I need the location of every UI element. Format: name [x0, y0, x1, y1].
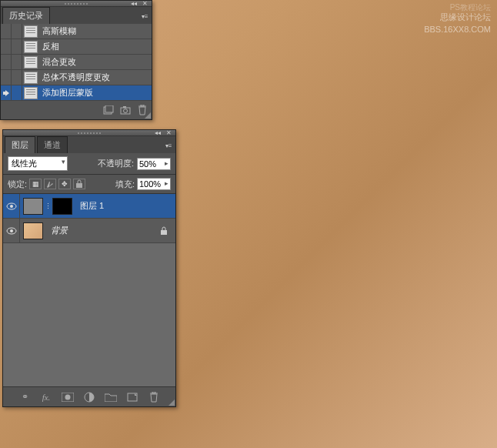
history-source-marker[interactable] [1, 85, 12, 100]
svg-point-9 [10, 229, 13, 232]
eye-icon [6, 227, 17, 235]
svg-point-3 [124, 109, 128, 113]
collapse-icon[interactable]: ◂◂ [128, 1, 139, 7]
close-icon[interactable]: ✕ [139, 1, 150, 7]
tab-history[interactable]: 历史记录 [2, 7, 50, 24]
opacity-label: 不透明度: [98, 158, 134, 169]
layer-name[interactable]: 背景 [46, 225, 160, 236]
history-step-icon [24, 72, 38, 84]
history-label: 高斯模糊 [39, 25, 152, 37]
new-document-from-state-icon[interactable] [102, 105, 115, 115]
blend-mode-dropdown[interactable]: 线性光 [8, 156, 68, 171]
history-item[interactable]: 高斯模糊 [1, 24, 152, 39]
tab-layers[interactable]: 图层 [5, 136, 35, 153]
resize-grip[interactable] [142, 110, 152, 119]
layers-panel: ◂◂ ✕ 图层 通道 ▾≡ 线性光 不透明度: 50% 锁定: ▦ ✥ 填充: … [2, 129, 176, 407]
svg-rect-1 [105, 105, 113, 112]
layers-tabs: 图层 通道 ▾≡ [3, 136, 175, 153]
layer-list: ⋮ 图层 1 背景 [3, 194, 175, 386]
svg-rect-4 [123, 106, 126, 108]
watermark-line2: BBS.16XX8.COM [424, 23, 491, 35]
panel-menu-icon[interactable]: ▾≡ [162, 139, 175, 153]
svg-rect-10 [161, 230, 167, 235]
history-step-icon [24, 41, 38, 53]
fill-input[interactable]: 100% [137, 178, 171, 190]
watermark-corner: PS教程论坛 [450, 2, 491, 14]
resize-grip[interactable] [166, 397, 175, 406]
history-label: 总体不透明度更改 [39, 72, 152, 83]
visibility-toggle[interactable] [3, 219, 20, 242]
lock-pixels-icon[interactable] [44, 179, 56, 189]
history-panel-grip[interactable]: ◂◂ ✕ [1, 1, 152, 7]
history-item[interactable]: 混合更改 [1, 55, 152, 70]
lock-indicator-icon [160, 226, 175, 236]
collapse-icon[interactable]: ◂◂ [152, 130, 163, 136]
mask-thumbnail[interactable] [52, 198, 72, 215]
svg-rect-5 [76, 183, 82, 188]
history-panel: ◂◂ ✕ 历史记录 ▾≡ 高斯模糊 反相 混合更改 总体不透明度更改 [0, 0, 152, 120]
layers-lock-row: 锁定: ▦ ✥ 填充: 100% [3, 175, 175, 194]
mask-link-icon[interactable]: ⋮ [45, 202, 51, 210]
visibility-toggle[interactable] [3, 194, 20, 218]
history-list: 高斯模糊 反相 混合更改 总体不透明度更改 添加图层蒙版 [1, 24, 152, 101]
history-step-icon [24, 25, 38, 38]
layer-item[interactable]: ⋮ 图层 1 [3, 194, 175, 219]
opacity-input[interactable]: 50% [137, 158, 171, 170]
add-mask-icon[interactable] [61, 391, 75, 403]
lock-all-icon[interactable] [73, 179, 85, 189]
fx-icon[interactable]: fx. [39, 391, 53, 403]
tab-channels[interactable]: 通道 [37, 136, 68, 153]
panel-menu-icon[interactable]: ▾≡ [138, 10, 152, 24]
history-footer [1, 101, 152, 119]
layer-thumbnail[interactable] [23, 198, 43, 215]
history-step-icon [24, 56, 38, 69]
fill-label: 填充: [115, 179, 135, 190]
history-label: 混合更改 [39, 56, 152, 68]
svg-point-7 [10, 205, 13, 208]
layer-item[interactable]: 背景 [3, 219, 175, 243]
layer-thumbnail[interactable] [23, 222, 43, 239]
new-snapshot-icon[interactable] [119, 105, 132, 115]
adjustment-layer-icon[interactable] [82, 391, 96, 403]
new-layer-icon[interactable] [125, 391, 139, 403]
link-layers-icon[interactable]: ⚭ [18, 391, 32, 403]
lock-position-icon[interactable]: ✥ [58, 179, 71, 189]
svg-point-12 [65, 394, 71, 400]
history-label: 反相 [39, 41, 152, 52]
history-tabs: 历史记录 ▾≡ [1, 7, 152, 24]
close-icon[interactable]: ✕ [163, 130, 174, 136]
new-group-icon[interactable] [104, 391, 118, 403]
history-item[interactable]: 反相 [1, 39, 152, 55]
layers-panel-grip[interactable]: ◂◂ ✕ [3, 130, 175, 136]
layer-name[interactable]: 图层 1 [75, 200, 175, 212]
history-step-icon [24, 87, 38, 99]
lock-label: 锁定: [8, 179, 27, 190]
layers-footer: ⚭ fx. [3, 386, 175, 406]
trash-icon[interactable] [147, 391, 161, 403]
history-item[interactable]: 总体不透明度更改 [1, 70, 152, 85]
lock-transparency-icon[interactable]: ▦ [29, 179, 42, 189]
layers-blend-row: 线性光 不透明度: 50% [3, 153, 175, 175]
history-label: 添加图层蒙版 [39, 87, 152, 99]
history-item[interactable]: 添加图层蒙版 [1, 85, 152, 101]
eye-icon [6, 202, 17, 210]
